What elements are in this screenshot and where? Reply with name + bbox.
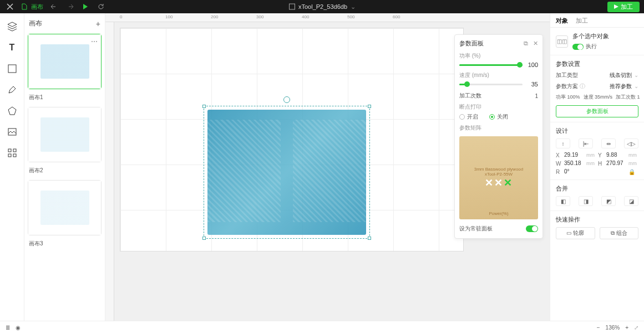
file-icon: [21, 3, 28, 10]
resize-handle-nw[interactable]: [202, 105, 206, 108]
x-input[interactable]: [564, 152, 585, 158]
artboard[interactable]: [120, 28, 464, 251]
pen-icon[interactable]: [7, 84, 18, 95]
refresh-icon[interactable]: [97, 2, 105, 11]
shape-icon[interactable]: [7, 63, 18, 74]
canvas-thumb-3-label: 画布3: [28, 238, 102, 253]
param-panel[interactable]: 参数面板 ⧉ ✕ 功率 (%) 100 速度 (mm/s) 35 加工次数 1 …: [454, 34, 543, 239]
svg-rect-4: [13, 149, 16, 152]
chip-passes: 加工次数 1: [616, 94, 640, 101]
zoom-out-icon[interactable]: −: [597, 325, 600, 331]
resize-handle-sw[interactable]: [202, 237, 206, 240]
process-button[interactable]: 加工: [607, 2, 640, 12]
exec-label: 执行: [586, 43, 597, 50]
resize-handle-se[interactable]: [368, 237, 371, 240]
interval-on-radio[interactable]: 开启: [459, 113, 478, 121]
add-canvas-icon[interactable]: +: [96, 19, 100, 28]
popout-icon[interactable]: ⧉: [524, 40, 528, 47]
interval-label: 断点打印: [459, 103, 538, 111]
speed-slider[interactable]: [459, 84, 523, 85]
svg-rect-3: [8, 149, 11, 152]
layers-icon[interactable]: [7, 21, 18, 32]
ruler-tick: 200: [211, 14, 218, 19]
canvas-thumb-3[interactable]: [28, 180, 102, 235]
design-artwork[interactable]: [207, 110, 366, 235]
svg-rect-5: [8, 154, 11, 157]
proc-type-select[interactable]: 线条切割⌄: [610, 71, 638, 79]
project-icon: [288, 3, 295, 10]
close-panel-icon[interactable]: ✕: [533, 40, 538, 47]
tab-object[interactable]: 对象: [556, 17, 568, 25]
workspace[interactable]: 0 100 200 300 400 500 600 参数面板 ⧉: [105, 13, 550, 321]
visibility-icon[interactable]: ◉: [16, 325, 21, 331]
outline-button[interactable]: ▭ 轮廓: [556, 227, 595, 239]
w-input[interactable]: [564, 160, 585, 167]
align-center-icon[interactable]: ⇹: [601, 138, 616, 148]
arrange-icon[interactable]: ↕: [556, 138, 570, 148]
zoom-value[interactable]: 136%: [606, 325, 620, 331]
ruler-tick: 600: [393, 14, 400, 19]
ruler-vertical: [105, 13, 114, 321]
canvas-panel: 画布 + ⋯ 画布1 画布2 画布3: [24, 13, 105, 321]
fit-icon[interactable]: ⤢: [634, 325, 638, 331]
open-param-panel-button[interactable]: 参数面板: [556, 105, 638, 117]
vector-icon[interactable]: [7, 105, 18, 116]
undo-icon[interactable]: [50, 2, 59, 11]
project-title[interactable]: xTool_P2_53d6db ⌄: [288, 3, 356, 11]
canvas-thumb-1[interactable]: ⋯: [28, 34, 102, 89]
info-icon[interactable]: ⓘ: [580, 83, 585, 89]
multi-select-icon: ◫◫: [556, 35, 568, 48]
r-input[interactable]: [564, 168, 585, 175]
selection-box[interactable]: [204, 106, 370, 239]
more-icon[interactable]: ⋯: [91, 38, 98, 45]
tab-process[interactable]: 加工: [576, 17, 588, 25]
topbar: 画布 xTool_P2_53d6db ⌄ 加工: [0, 0, 644, 13]
ruler-tick: 0: [120, 14, 122, 19]
main: T 画布 + ⋯ 画布1 画布2 画布3 0 100 200 300: [0, 13, 644, 321]
apps-icon[interactable]: [7, 147, 18, 158]
mirror-icon[interactable]: ◁▷: [624, 138, 638, 148]
param-panel-title: 参数面板: [459, 39, 484, 48]
exclude-icon[interactable]: ◪: [624, 196, 638, 206]
redo-icon[interactable]: [65, 2, 74, 11]
text-icon[interactable]: T: [7, 42, 18, 53]
layers-toggle-icon[interactable]: ≣: [6, 325, 10, 331]
image-icon[interactable]: [7, 126, 18, 137]
union-icon[interactable]: ◧: [556, 196, 570, 206]
y-input[interactable]: [606, 152, 627, 158]
align-left-icon[interactable]: |⇤: [579, 138, 593, 148]
zoom-in-icon[interactable]: +: [625, 325, 628, 331]
power-value: 100: [526, 61, 538, 68]
canvas-thumb-2-label: 画布2: [28, 165, 102, 180]
params-title: 参数设置: [556, 60, 638, 68]
canvas-panel-header: 画布 +: [28, 16, 102, 34]
play-icon[interactable]: [81, 2, 90, 11]
subtract-icon[interactable]: ◨: [579, 196, 593, 206]
resize-handle-ne[interactable]: [368, 105, 371, 108]
lock-aspect-icon[interactable]: 🔒: [628, 169, 638, 175]
object-title: 多个选中对象: [572, 32, 609, 40]
scheme-select[interactable]: 推荐参数⌄: [610, 83, 638, 90]
power-slider[interactable]: [459, 64, 523, 66]
pin-toggle[interactable]: [526, 225, 538, 232]
exec-toggle[interactable]: [572, 44, 584, 50]
ruler-tick: 100: [165, 14, 173, 19]
interval-off-radio[interactable]: 关闭: [489, 113, 508, 121]
ruler-tick: 300: [256, 14, 263, 19]
proc-type-label: 加工类型: [556, 71, 578, 79]
canvas-thumb-2[interactable]: [28, 107, 102, 162]
close-icon[interactable]: [6, 2, 14, 11]
h-input[interactable]: [606, 160, 627, 167]
chevron-down-icon: ⌄: [351, 3, 356, 11]
group-button[interactable]: ⧉ 组合: [600, 227, 639, 239]
project-name-text: xTool_P2_53d6db: [298, 3, 347, 10]
speed-label: 速度 (mm/s): [459, 71, 538, 79]
intersect-icon[interactable]: ◩: [601, 196, 616, 206]
topbar-left: 画布: [0, 2, 105, 11]
svg-rect-1: [8, 65, 16, 73]
left-tool-strip: T: [0, 13, 24, 321]
chip-speed: 速度 35mm/s: [584, 94, 613, 101]
inspector: 对象 加工 ◫◫ 多个选中对象 执行 参数设置 加工类型 线条切割⌄: [550, 13, 644, 321]
canvas-thumb-1-label: 画布1: [28, 91, 102, 107]
file-chip[interactable]: 画布: [21, 3, 43, 11]
